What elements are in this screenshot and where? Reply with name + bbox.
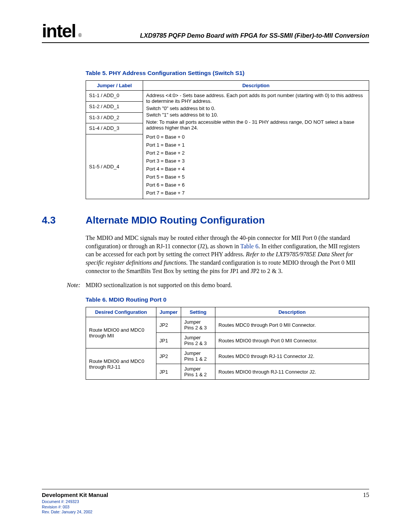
registered-mark: ® <box>78 34 81 38</box>
table5-row-jumper: S1-4 / ADD_3 <box>86 123 143 134</box>
document-title: LXD9785 PQFP Demo Board with FPGA for SS… <box>76 32 369 39</box>
table6-head-dc: Desired Configuration <box>86 307 156 317</box>
table5-port: Port 7 = Base + 7 <box>146 189 366 197</box>
table5-head-desc: Description <box>143 81 369 91</box>
section-heading: 4.3 Alternate MDIO Routing Configuration <box>42 214 369 226</box>
table5-caption: Table 5. PHY Address Configuration Setti… <box>86 70 369 77</box>
table5-desc-line: Switch "0" sets address bit to 0. <box>146 105 366 111</box>
table5-port: Port 6 = Base + 6 <box>146 181 366 189</box>
table5-row-jumper: S1-1 / ADD_0 <box>86 91 143 102</box>
table5-desc-line: Switch "1" sets address bit to 10. <box>146 112 366 118</box>
table5-desc-line: Note: To make all ports accessible withi… <box>146 119 366 131</box>
table6-head-ds: Description <box>215 307 369 317</box>
section-paragraph: The MDIO and MDC signals may be routed e… <box>86 234 369 275</box>
table5-row-jumper: S1-5 / ADD_4 <box>86 134 143 199</box>
page-header: intel® LXD9785 PQFP Demo Board with FPGA… <box>42 23 369 43</box>
table6-ds: Routes MDC0 through Port 0 MII Connector… <box>215 317 369 333</box>
table6-ds: Routes MDIO0 through RJ-11 Connector J2. <box>215 364 369 380</box>
page-footer: Development Kit Manual Document #: 24932… <box>42 489 369 515</box>
table6-dc: Route MDIO0 and MDC0 through MII <box>86 317 156 348</box>
note-text: MDIO sectionalization is not supported o… <box>86 282 369 289</box>
table5-head-jumper: Jumper / Label <box>86 81 143 91</box>
table6-jp: JP1 <box>156 364 181 380</box>
table5-port: Port 5 = Base + 5 <box>146 173 366 181</box>
footer-doc-num: Document #: 249323 <box>42 499 108 505</box>
table5-port: Port 4 = Base + 4 <box>146 165 366 173</box>
logo-text: intel <box>42 21 76 41</box>
table6-head-st: Setting <box>181 307 215 317</box>
table5-desc-cell: Address <4:0> - Sets base address. Each … <box>143 91 369 199</box>
section-title: Alternate MDIO Routing Configuration <box>86 214 265 226</box>
page-number: 15 <box>363 492 369 498</box>
section-number: 4.3 <box>42 214 86 226</box>
table5-desc-line: Address <4:0> - Sets base address. Each … <box>146 93 366 104</box>
footer-rev-num: Revision #: 003 <box>42 505 108 510</box>
table6-caption: Table 6. MDIO Routing Port 0 <box>86 296 369 303</box>
table6-st: Jumper Pins 1 & 2 <box>181 348 215 364</box>
table6-link[interactable]: Table 6 <box>241 243 258 249</box>
table5: Jumper / Label Description S1-1 / ADD_0 … <box>86 80 369 199</box>
table6-jp: JP1 <box>156 333 181 348</box>
table6-jp: JP2 <box>156 348 181 364</box>
table5-port: Port 1 = Base + 1 <box>146 141 366 149</box>
table6-dc: Route MDIO0 and MDC0 through RJ-11 <box>86 348 156 380</box>
footer-rev-date: Rev. Date: January 24, 2002 <box>42 510 108 515</box>
table6-head-jp: Jumper <box>156 307 181 317</box>
note-label: Note: <box>63 282 86 289</box>
table6-st: Jumper Pins 2 & 3 <box>181 333 215 348</box>
table6-ds: Routes MDC0 through RJ-11 Connector J2. <box>215 348 369 364</box>
table5-port: Port 2 = Base + 2 <box>146 149 366 157</box>
table5-port: Port 0 = Base + 0 <box>146 133 366 141</box>
intel-logo: intel® <box>42 23 76 39</box>
table6-jp: JP2 <box>156 317 181 333</box>
table5-port-list: Port 0 = Base + 0 Port 1 = Base + 1 Port… <box>146 133 366 197</box>
footer-title: Development Kit Manual <box>42 492 108 498</box>
table6-ds: Routes MDIO0 through Port 0 MII Connecto… <box>215 333 369 348</box>
table5-row-jumper: S1-2 / ADD_1 <box>86 101 143 112</box>
note-row: Note: MDIO sectionalization is not suppo… <box>42 282 369 289</box>
table5-port: Port 3 = Base + 3 <box>146 157 366 165</box>
table6: Desired Configuration Jumper Setting Des… <box>86 307 369 380</box>
table6-st: Jumper Pins 2 & 3 <box>181 317 215 333</box>
table6-st: Jumper Pins 1 & 2 <box>181 364 215 380</box>
table5-row-jumper: S1-3 / ADD_2 <box>86 112 143 123</box>
